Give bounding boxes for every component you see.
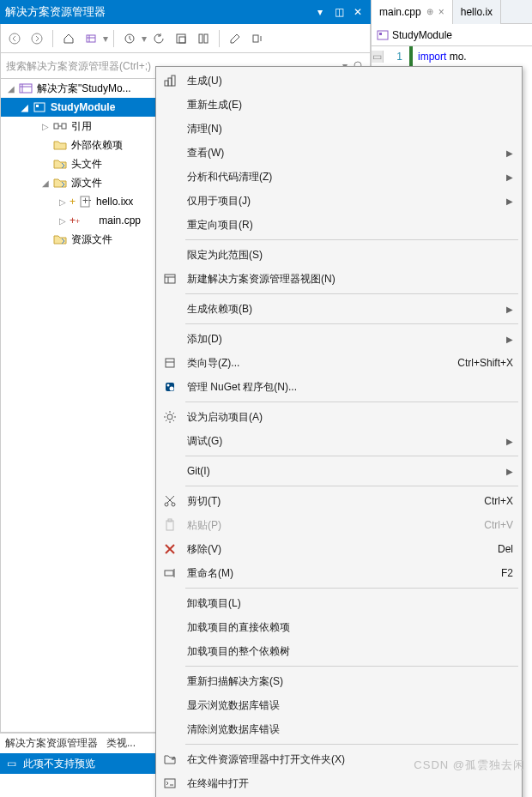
history-icon[interactable]	[119, 28, 140, 49]
mi-rebuild[interactable]: 重新生成(E)	[156, 93, 522, 117]
expander-icon[interactable]: ▷	[56, 197, 70, 207]
mi-add[interactable]: 添加(D)▶	[156, 327, 522, 351]
svg-point-28	[165, 503, 168, 506]
mi-remove[interactable]: 移除(V)Del	[156, 537, 522, 561]
close-icon[interactable]: ×	[438, 6, 444, 18]
mi-project-only[interactable]: 仅用于项目(J)▶	[156, 189, 522, 213]
tab-label: hello.ix	[461, 6, 493, 18]
svg-point-29	[172, 503, 175, 506]
solution-icon	[18, 82, 33, 95]
forward-icon[interactable]	[27, 28, 47, 49]
node-label: 引用	[71, 119, 92, 134]
properties-icon[interactable]	[225, 28, 245, 49]
mi-rename[interactable]: 重命名(M)F2	[156, 561, 522, 585]
cpp-icon: ++	[77, 195, 93, 208]
mi-debug[interactable]: 调试(G)▶	[156, 429, 522, 453]
open-folder-icon	[161, 751, 178, 768]
pin-icon[interactable]: ◫	[331, 4, 347, 20]
tab-hello-ixx[interactable]: hello.ix	[453, 0, 501, 24]
chevron-right-icon: ▶	[506, 335, 513, 344]
svg-point-1	[32, 33, 42, 44]
expander-icon[interactable]: ◢	[18, 103, 32, 112]
rename-icon	[161, 565, 178, 582]
back-icon[interactable]	[4, 28, 25, 49]
mi-open-terminal[interactable]: 在终端中打开	[156, 771, 522, 795]
svg-point-27	[167, 414, 172, 420]
mi-new-view[interactable]: 新建解决方案资源管理器视图(N)	[156, 267, 522, 291]
node-label: 资源文件	[71, 232, 112, 247]
paste-icon	[161, 516, 178, 534]
mi-class-wizard[interactable]: 类向导(Z)...Ctrl+Shift+X	[156, 351, 522, 375]
mi-rescan[interactable]: 重新扫描解决方案(S)	[156, 669, 522, 693]
svg-rect-20	[168, 78, 172, 86]
node-label: hello.ixx	[96, 196, 133, 208]
collapse-icon[interactable]	[171, 28, 191, 49]
expander-icon[interactable]: ▷	[56, 216, 70, 226]
expander-icon[interactable]: ◢	[4, 84, 18, 94]
project-icon	[377, 30, 389, 40]
svg-rect-19	[165, 81, 168, 86]
mi-load-tree[interactable]: 加载项目的整个依赖树	[156, 639, 522, 663]
mi-git[interactable]: Git(I)▶	[156, 459, 522, 483]
svg-rect-5	[179, 37, 185, 43]
node-label: 头文件	[71, 157, 102, 172]
show-all-icon[interactable]	[193, 28, 214, 49]
svg-rect-14	[62, 124, 66, 129]
svg-rect-7	[204, 34, 208, 43]
expander-icon[interactable]: ▷	[39, 122, 52, 131]
mi-unload[interactable]: 卸载项目(L)	[156, 591, 522, 615]
refs-icon	[52, 119, 68, 133]
mi-clean[interactable]: 清理(N)	[156, 117, 522, 141]
expander-icon[interactable]: ◢	[39, 178, 52, 188]
line-number: 1	[384, 51, 409, 63]
svg-rect-8	[253, 35, 258, 42]
svg-rect-6	[199, 34, 203, 43]
code-text: mo.	[446, 51, 466, 63]
wizard-icon	[161, 354, 178, 371]
code-line[interactable]: ▭ 1 import mo.	[372, 46, 532, 67]
close-icon[interactable]: ✕	[350, 4, 366, 20]
mi-build-deps[interactable]: 生成依赖项(B)▶	[156, 297, 522, 321]
gutter: ▭	[372, 51, 384, 63]
nav-bar[interactable]: StudyModule	[372, 24, 532, 46]
home-icon[interactable]	[58, 28, 79, 49]
preview-message: 此项不支持预览	[23, 757, 95, 771]
switch-view-icon[interactable]	[81, 28, 101, 49]
tab-class-view[interactable]: 类视...	[106, 736, 136, 751]
mi-nuget[interactable]: 管理 NuGet 程序包(N)...	[156, 375, 522, 399]
chevron-right-icon: ▶	[506, 148, 513, 158]
terminal-icon	[161, 775, 178, 792]
tab-main-cpp[interactable]: main.cpp ⊕ ×	[372, 0, 453, 24]
code-keyword: import	[418, 51, 446, 63]
node-label: 源文件	[71, 176, 102, 190]
svg-rect-21	[172, 75, 175, 86]
svg-rect-4	[177, 34, 185, 43]
mi-load-deps[interactable]: 加载项目的直接依赖项	[156, 615, 522, 639]
mi-retarget[interactable]: 重定向项目(R)	[156, 213, 522, 237]
mi-scope[interactable]: 限定为此范围(S)	[156, 243, 522, 267]
project-label: StudyModule	[51, 101, 115, 113]
mi-analyze[interactable]: 分析和代码清理(Z)▶	[156, 165, 522, 189]
panel-dropdown-icon[interactable]: ▾	[312, 4, 328, 20]
preview-icon[interactable]	[247, 28, 268, 49]
mi-clear-browse-err[interactable]: 清除浏览数据库错误	[156, 717, 522, 741]
nav-label: StudyModule	[392, 29, 452, 41]
mi-cut[interactable]: 剪切(T)Ctrl+X	[156, 489, 522, 513]
plus-icon: ++	[70, 214, 80, 226]
solution-label: 解决方案"StudyMo...	[37, 82, 131, 96]
pin-icon[interactable]: ⊕	[426, 7, 433, 16]
svg-rect-22	[165, 275, 175, 283]
mi-show-browse-err[interactable]: 显示浏览数据库错误	[156, 693, 522, 717]
cut-icon	[161, 492, 178, 510]
refresh-icon[interactable]	[148, 28, 169, 49]
chevron-right-icon: ▶	[506, 467, 513, 476]
remove-icon	[161, 540, 178, 558]
tab-solution-explorer[interactable]: 解决方案资源管理器	[5, 736, 98, 751]
mi-build[interactable]: 生成(U)	[156, 69, 522, 93]
svg-point-25	[167, 384, 170, 387]
node-label: main.cpp	[99, 214, 141, 226]
svg-rect-33	[165, 779, 175, 788]
folder-icon	[52, 138, 68, 152]
mi-view[interactable]: 查看(W)▶	[156, 141, 522, 165]
mi-startup[interactable]: 设为启动项目(A)	[156, 405, 522, 429]
